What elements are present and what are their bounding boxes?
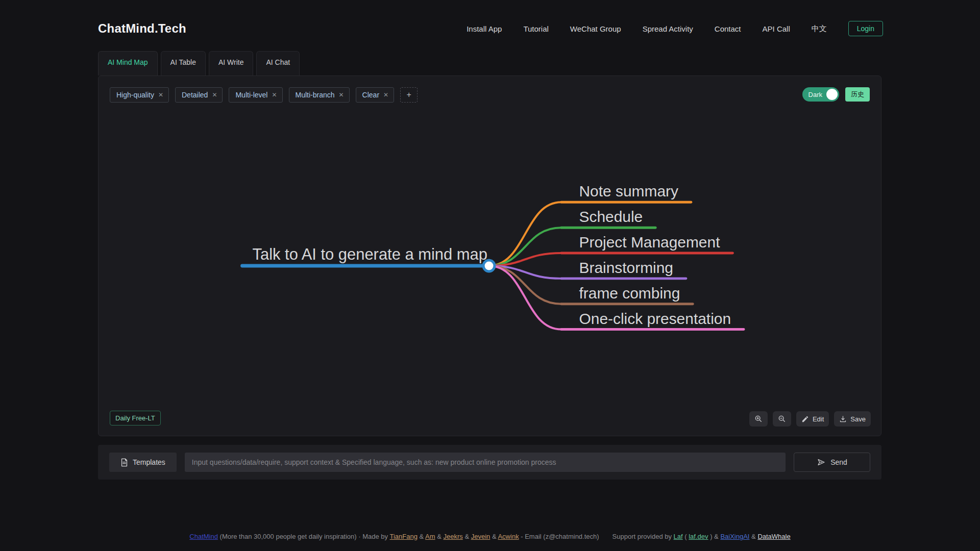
- templates-button[interactable]: Templates: [109, 453, 177, 472]
- login-button[interactable]: Login: [848, 21, 883, 36]
- history-button[interactable]: 历史: [845, 87, 870, 102]
- footer-link-datawhale[interactable]: DataWhale: [757, 533, 790, 540]
- footer-link-jeekrs[interactable]: Jeekrs: [443, 533, 462, 540]
- footer: ChatMind (More than 30,000 people get da…: [0, 533, 980, 540]
- toggle-label: Dark: [808, 91, 822, 98]
- tab-ai-write[interactable]: AI Write: [209, 51, 254, 76]
- dark-mode-toggle[interactable]: Dark: [802, 87, 839, 102]
- plan-badge[interactable]: Daily Free-LT: [110, 411, 161, 425]
- branch-label[interactable]: Brainstorming: [579, 259, 674, 276]
- footer-link-lafdev[interactable]: laf.dev: [689, 533, 708, 540]
- toggle-knob: [826, 89, 838, 100]
- footer-link-chatmind[interactable]: ChatMind: [189, 533, 218, 540]
- branch-label[interactable]: One-click presentation: [579, 310, 731, 327]
- add-chip-button[interactable]: +: [400, 87, 418, 103]
- chip-label: High-quality: [116, 91, 154, 99]
- save-icon: [839, 415, 847, 423]
- footer-text: &: [418, 533, 425, 540]
- send-button[interactable]: Send: [794, 453, 870, 472]
- save-label: Save: [850, 415, 866, 423]
- edit-button[interactable]: Edit: [796, 411, 829, 427]
- branch-curve: [489, 266, 561, 330]
- composer-bar: Templates Send: [98, 445, 881, 480]
- footer-text: Support provided by: [612, 533, 674, 540]
- root-node-label[interactable]: Talk to AI to generate a mind map: [253, 245, 487, 263]
- prompt-input[interactable]: [185, 453, 786, 472]
- footer-text: - Email (z@chatmind.tech): [519, 533, 599, 540]
- footer-link-acwink[interactable]: Acwink: [498, 533, 519, 540]
- chip-detailed[interactable]: Detailed ✕: [175, 87, 223, 103]
- pencil-icon: [801, 415, 809, 423]
- footer-link-baixingai[interactable]: BaiXingAI: [720, 533, 749, 540]
- templates-label: Templates: [133, 458, 165, 466]
- footer-text: &: [490, 533, 498, 540]
- top-nav: Install App Tutorial WeChat Group Spread…: [467, 10, 883, 47]
- edit-label: Edit: [813, 415, 824, 423]
- zoom-in-icon: [754, 415, 763, 423]
- document-icon: [120, 458, 128, 467]
- close-icon[interactable]: ✕: [212, 91, 217, 98]
- zoom-in-button[interactable]: [749, 411, 768, 427]
- footer-link-tianfang[interactable]: TianFang: [389, 533, 417, 540]
- branch-label[interactable]: Note summary: [579, 183, 678, 199]
- footer-text: (: [683, 533, 689, 540]
- root-node-handle[interactable]: [483, 260, 495, 271]
- chip-label: Multi-level: [235, 91, 267, 99]
- header: ChatMind.Tech Install App Tutorial WeCha…: [0, 10, 980, 47]
- branch-label[interactable]: Project Management: [579, 234, 721, 251]
- branch-curve: [489, 202, 561, 266]
- canvas-controls: Edit Save: [749, 411, 871, 427]
- nav-contact[interactable]: Contact: [715, 24, 741, 33]
- nav-api-call[interactable]: API Call: [763, 24, 790, 33]
- panel-top-right: Dark 历史: [802, 87, 870, 102]
- prompt-chips: High-quality ✕ Detailed ✕ Multi-level ✕ …: [110, 87, 418, 103]
- nav-spread-activity[interactable]: Spread Activity: [643, 24, 693, 33]
- footer-link-am[interactable]: Am: [425, 533, 435, 540]
- footer-text: &: [749, 533, 757, 540]
- footer-link-jevein[interactable]: Jevein: [471, 533, 491, 540]
- mindmap-panel: High-quality ✕ Detailed ✕ Multi-level ✕ …: [98, 76, 881, 436]
- chip-label: Clear: [362, 91, 379, 99]
- tab-ai-table[interactable]: AI Table: [161, 51, 206, 76]
- tab-ai-chat[interactable]: AI Chat: [256, 51, 300, 76]
- chip-multi-branch[interactable]: Multi-branch ✕: [289, 87, 350, 103]
- save-button[interactable]: Save: [834, 411, 871, 427]
- chip-multi-level[interactable]: Multi-level ✕: [229, 87, 282, 103]
- footer-text: ) &: [708, 533, 721, 540]
- tab-ai-mind-map[interactable]: AI Mind Map: [98, 51, 158, 76]
- close-icon[interactable]: ✕: [339, 91, 344, 98]
- chip-label: Multi-branch: [296, 91, 335, 99]
- send-label: Send: [830, 458, 847, 466]
- chip-label: Detailed: [182, 91, 208, 99]
- nav-wechat-group[interactable]: WeChat Group: [570, 24, 621, 33]
- nav-install-app[interactable]: Install App: [467, 24, 502, 33]
- send-icon: [817, 458, 826, 466]
- footer-text: &: [463, 533, 471, 540]
- close-icon[interactable]: ✕: [158, 91, 163, 98]
- app-logo: ChatMind.Tech: [98, 21, 186, 36]
- zoom-out-icon: [778, 415, 786, 423]
- branch-label[interactable]: frame combing: [579, 285, 680, 302]
- chip-clear[interactable]: Clear ✕: [356, 87, 395, 103]
- chip-high-quality[interactable]: High-quality ✕: [110, 87, 169, 103]
- nav-language-switch[interactable]: 中文: [812, 24, 827, 34]
- nav-tutorial[interactable]: Tutorial: [523, 24, 548, 33]
- branch-label[interactable]: Schedule: [579, 208, 643, 225]
- mode-tabs: AI Mind Map AI Table AI Write AI Chat: [98, 51, 300, 76]
- zoom-out-button[interactable]: [773, 411, 791, 427]
- close-icon[interactable]: ✕: [383, 91, 388, 98]
- mindmap-canvas[interactable]: Talk to AI to generate a mind mapNote su…: [99, 76, 881, 436]
- close-icon[interactable]: ✕: [272, 91, 277, 98]
- footer-text: (More than 30,000 people get daily inspi…: [218, 533, 390, 540]
- footer-link-laf[interactable]: Laf: [674, 533, 683, 540]
- footer-text: &: [435, 533, 444, 540]
